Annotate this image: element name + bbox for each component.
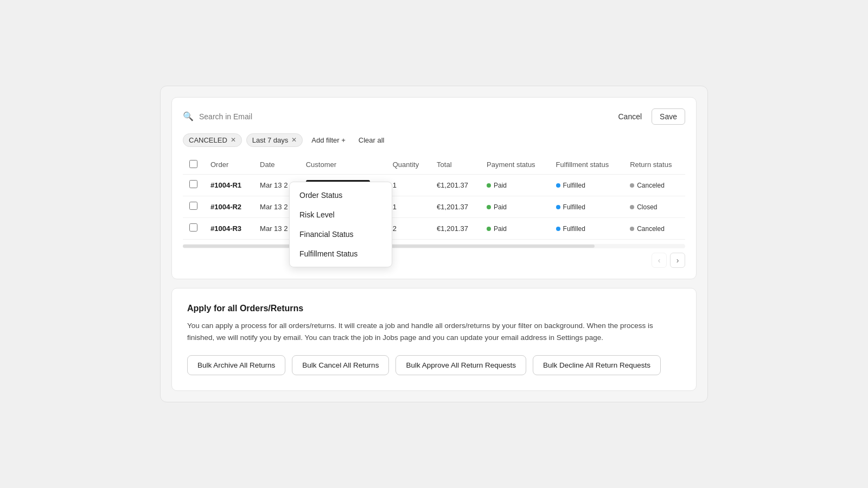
cancel-button[interactable]: Cancel — [612, 108, 647, 125]
pagination-row: ‹ › — [183, 253, 685, 268]
last7days-filter-tag[interactable]: Last 7 days ✕ — [246, 133, 303, 147]
main-container: 🔍 Cancel Save CANCELED ✕ Last 7 days ✕ A… — [160, 86, 708, 402]
canceled-tag-remove[interactable]: ✕ — [231, 136, 236, 144]
save-button[interactable]: Save — [652, 108, 685, 125]
bulk-decline-button[interactable]: Bulk Decline All Return Requests — [533, 355, 661, 375]
horizontal-scrollbar[interactable] — [183, 244, 685, 248]
col-order: Order — [204, 156, 253, 175]
bulk-approve-button[interactable]: Bulk Approve All Return Requests — [395, 355, 526, 375]
col-quantity: Quantity — [386, 156, 430, 175]
col-total: Total — [430, 156, 480, 175]
last7days-tag-label: Last 7 days — [252, 136, 289, 144]
row-checkbox-0[interactable] — [189, 180, 197, 188]
col-fulfillment-status: Fulfillment status — [550, 156, 624, 175]
col-return-status: Return status — [623, 156, 685, 175]
bottom-card-description: You can apply a process for all orders/r… — [187, 320, 681, 343]
bottom-card-title: Apply for all Orders/Returns — [187, 304, 681, 313]
dropdown-item-order-status[interactable]: Order Status — [290, 185, 392, 205]
canceled-tag-label: CANCELED — [189, 136, 227, 144]
payment-status-1: Paid — [487, 203, 507, 211]
clear-all-button[interactable]: Clear all — [354, 134, 389, 146]
order-number-0[interactable]: #1004-R1 — [210, 181, 241, 189]
fulfillment-status-2: Fulfilled — [556, 225, 585, 233]
col-payment-status: Payment status — [480, 156, 550, 175]
return-status-0: Canceled — [630, 182, 665, 189]
canceled-filter-tag[interactable]: CANCELED ✕ — [183, 133, 242, 147]
last7days-tag-remove[interactable]: ✕ — [291, 136, 297, 144]
total-1: €1,201.37 — [430, 196, 480, 217]
fulfillment-status-1: Fulfilled — [556, 203, 585, 211]
order-number-2[interactable]: #1004-R3 — [210, 224, 241, 233]
next-page-button[interactable]: › — [670, 253, 685, 268]
search-icon: 🔍 — [183, 111, 194, 121]
add-filter-button[interactable]: Add filter + — [307, 134, 350, 146]
dropdown-item-fulfillment-status[interactable]: Fulfillment Status — [290, 244, 392, 264]
row-checkbox-1[interactable] — [189, 202, 197, 210]
top-card: 🔍 Cancel Save CANCELED ✕ Last 7 days ✕ A… — [171, 97, 697, 279]
total-0: €1,201.37 — [430, 174, 480, 196]
quantity-2: 2 — [386, 217, 430, 239]
search-actions: Cancel Save — [612, 108, 685, 125]
filter-dropdown: Order Status Risk Level Financial Status… — [289, 182, 392, 267]
search-row: 🔍 Cancel Save — [183, 108, 685, 125]
bulk-cancel-button[interactable]: Bulk Cancel All Returns — [292, 355, 389, 375]
quantity-1: 1 — [386, 196, 430, 217]
fulfillment-status-0: Fulfilled — [556, 182, 585, 189]
bulk-archive-button[interactable]: Bulk Archive All Returns — [187, 355, 285, 375]
dropdown-item-risk-level[interactable]: Risk Level — [290, 205, 392, 224]
col-customer: Customer — [299, 156, 386, 175]
bulk-actions-row: Bulk Archive All Returns Bulk Cancel All… — [187, 355, 681, 375]
table-row: #1004-R2 Mar 13 2 ████████████ 1 €1,201.… — [183, 196, 685, 217]
total-2: €1,201.37 — [430, 217, 480, 239]
bottom-card: Apply for all Orders/Returns You can app… — [171, 288, 697, 391]
return-status-2: Canceled — [630, 225, 665, 233]
table-row: #1004-R3 Mar 13 2 ████████████ 2 €1,201.… — [183, 217, 685, 239]
quantity-0: 1 — [386, 174, 430, 196]
col-date: Date — [253, 156, 299, 175]
payment-status-2: Paid — [487, 225, 507, 233]
orders-table: Order Date Customer Quantity Total Payme… — [183, 156, 685, 240]
search-input[interactable] — [199, 112, 607, 121]
order-number-1[interactable]: #1004-R2 — [210, 203, 241, 211]
return-status-1: Closed — [630, 203, 657, 211]
dropdown-item-financial-status[interactable]: Financial Status — [290, 224, 392, 244]
select-all-checkbox[interactable] — [189, 160, 197, 168]
table-wrapper: Order Status Risk Level Financial Status… — [183, 156, 685, 268]
payment-status-0: Paid — [487, 182, 507, 189]
filter-row: CANCELED ✕ Last 7 days ✕ Add filter + Cl… — [183, 133, 685, 147]
table-row: #1004-R1 Mar 13 2 ████████████ 1 €1,201.… — [183, 174, 685, 196]
prev-page-button[interactable]: ‹ — [652, 253, 667, 268]
row-checkbox-2[interactable] — [189, 223, 197, 232]
